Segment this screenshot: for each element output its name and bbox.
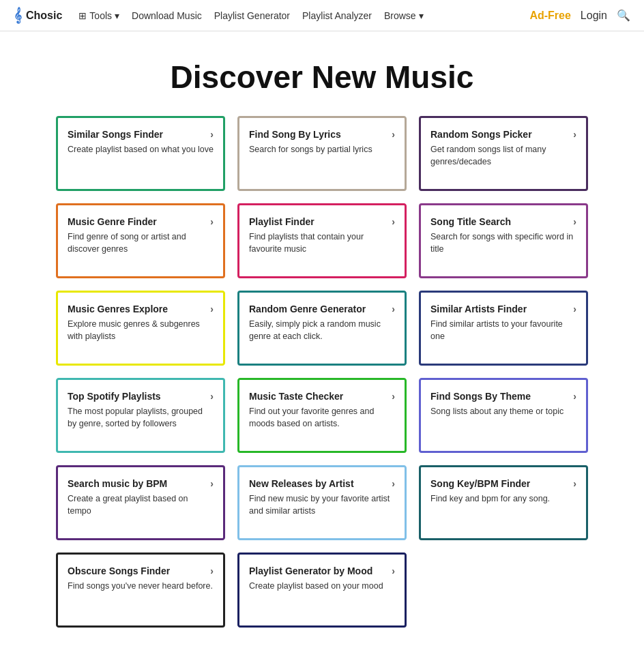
chevron-right-icon: ›	[392, 391, 395, 402]
card-title: Song Title Search ›	[430, 216, 576, 227]
card-item[interactable]: Find Songs By Theme › Song lists about a…	[419, 378, 588, 453]
search-icon[interactable]: 🔍	[617, 9, 630, 22]
card-desc: Create playlist based on your mood	[249, 580, 395, 593]
hero-section: Discover New Music	[0, 31, 644, 116]
chevron-right-icon: ›	[210, 304, 214, 314]
grid-icon: ⊞	[78, 10, 87, 21]
chevron-right-icon: ›	[392, 565, 395, 576]
card-item[interactable]: Obscure Songs Finder › Find songs you've…	[56, 553, 225, 628]
nav-download[interactable]: Download Music	[132, 10, 202, 21]
card-title: Find Song By Lyrics ›	[249, 129, 395, 140]
card-desc: Find new music by your favorite artist a…	[249, 493, 395, 517]
card-item[interactable]: Song Title Search › Search for songs wit…	[419, 203, 588, 278]
card-desc: Find key and bpm for any song.	[430, 493, 576, 505]
nav-tools[interactable]: ⊞ Tools ▾	[78, 10, 119, 21]
card-item[interactable]: Similar Songs Finder › Create playlist b…	[56, 116, 225, 191]
card-desc: Explore music genres & subgenres with pl…	[68, 319, 214, 342]
chevron-right-icon: ›	[573, 391, 576, 402]
card-title: Music Genre Finder ›	[68, 216, 214, 227]
nav-adfree[interactable]: Ad-Free	[529, 10, 570, 22]
chevron-right-icon: ›	[573, 304, 576, 314]
card-desc: The most popular playlists, grouped by g…	[68, 406, 214, 430]
card-title: Similar Songs Finder ›	[68, 129, 214, 140]
card-item[interactable]: Random Songs Picker › Get random songs l…	[419, 116, 588, 191]
card-title: Playlist Finder ›	[249, 216, 395, 227]
card-desc: Easily, simply pick a random music genre…	[249, 319, 395, 342]
card-item[interactable]: Find Song By Lyrics › Search for songs b…	[237, 116, 407, 191]
card-item[interactable]: Song Key/BPM Finder › Find key and bpm f…	[419, 465, 588, 540]
chevron-right-icon: ›	[392, 129, 395, 140]
card-item[interactable]: Playlist Generator by Mood › Create play…	[237, 553, 407, 628]
card-item[interactable]: Music Genre Finder › Find genre of song …	[56, 203, 225, 278]
chevron-right-icon: ›	[573, 478, 576, 489]
chevron-down-icon-browse: ▾	[419, 10, 424, 21]
card-title: Similar Artists Finder ›	[430, 304, 576, 314]
nav-playlist-gen[interactable]: Playlist Generator	[214, 10, 290, 21]
nav-browse[interactable]: Browse ▾	[384, 10, 424, 21]
chevron-right-icon: ›	[210, 391, 214, 402]
card-desc: Create a great playlist based on tempo	[68, 493, 214, 517]
card-title: Music Genres Explore ›	[68, 304, 214, 314]
card-desc: Find songs you've never heard before.	[68, 580, 214, 593]
card-item[interactable]: Music Taste Checker › Find out your favo…	[237, 378, 407, 453]
chevron-right-icon: ›	[392, 478, 395, 489]
cards-grid: Similar Songs Finder › Create playlist b…	[15, 116, 629, 648]
logo-text: Chosic	[26, 10, 62, 22]
chevron-right-icon: ›	[210, 216, 214, 227]
card-desc: Find playlists that contain your favouri…	[249, 231, 395, 255]
nav-right: Ad-Free Login 🔍	[529, 9, 630, 22]
card-desc: Find similar artists to your favourite o…	[430, 319, 576, 342]
chevron-right-icon: ›	[573, 129, 576, 140]
card-desc: Get random songs list of many genres/dec…	[430, 144, 576, 168]
card-item[interactable]: Top Spotify Playlists › The most popular…	[56, 378, 225, 453]
page-title: Discover New Music	[14, 59, 630, 95]
nav-playlist-analyzer[interactable]: Playlist Analyzer	[302, 10, 372, 21]
site-logo[interactable]: 𝄞 Chosic	[14, 8, 62, 23]
card-desc: Search for songs with specific word in t…	[430, 231, 576, 255]
card-desc: Find out your favorite genres and moods …	[249, 406, 395, 430]
nav-login[interactable]: Login	[581, 10, 607, 22]
logo-icon: 𝄞	[14, 8, 22, 23]
chevron-right-icon: ›	[392, 304, 395, 314]
card-desc: Search for songs by partial lyrics	[249, 144, 395, 156]
chevron-right-icon: ›	[210, 129, 214, 140]
card-item[interactable]: Playlist Finder › Find playlists that co…	[237, 203, 407, 278]
card-title: Random Songs Picker ›	[430, 129, 576, 140]
chevron-right-icon: ›	[392, 216, 395, 227]
card-desc: Create playlist based on what you love	[68, 144, 214, 156]
card-item[interactable]: Similar Artists Finder › Find similar ar…	[419, 291, 588, 366]
card-item[interactable]: Random Genre Generator › Easily, simply …	[237, 291, 407, 366]
nav-links: ⊞ Tools ▾ Download Music Playlist Genera…	[78, 10, 529, 21]
card-item[interactable]: Music Genres Explore › Explore music gen…	[56, 291, 225, 366]
card-title: Obscure Songs Finder ›	[68, 565, 214, 576]
chevron-right-icon: ›	[210, 565, 214, 576]
card-item[interactable]: Search music by BPM › Create a great pla…	[56, 465, 225, 540]
chevron-right-icon: ›	[573, 216, 576, 227]
card-title: New Releases by Artist ›	[249, 478, 395, 489]
card-item[interactable]: New Releases by Artist › Find new music …	[237, 465, 407, 540]
chevron-right-icon: ›	[210, 478, 214, 489]
navbar: 𝄞 Chosic ⊞ Tools ▾ Download Music Playli…	[0, 0, 644, 31]
card-title: Top Spotify Playlists ›	[68, 391, 214, 402]
card-title: Search music by BPM ›	[68, 478, 214, 489]
card-title: Playlist Generator by Mood ›	[249, 565, 395, 576]
card-title: Find Songs By Theme ›	[430, 391, 576, 402]
card-title: Song Key/BPM Finder ›	[430, 478, 576, 489]
card-desc: Song lists about any theme or topic	[430, 406, 576, 418]
card-desc: Find genre of song or artist and discove…	[68, 231, 214, 255]
card-title: Random Genre Generator ›	[249, 304, 395, 314]
chevron-down-icon: ▾	[115, 10, 119, 21]
card-title: Music Taste Checker ›	[249, 391, 395, 402]
